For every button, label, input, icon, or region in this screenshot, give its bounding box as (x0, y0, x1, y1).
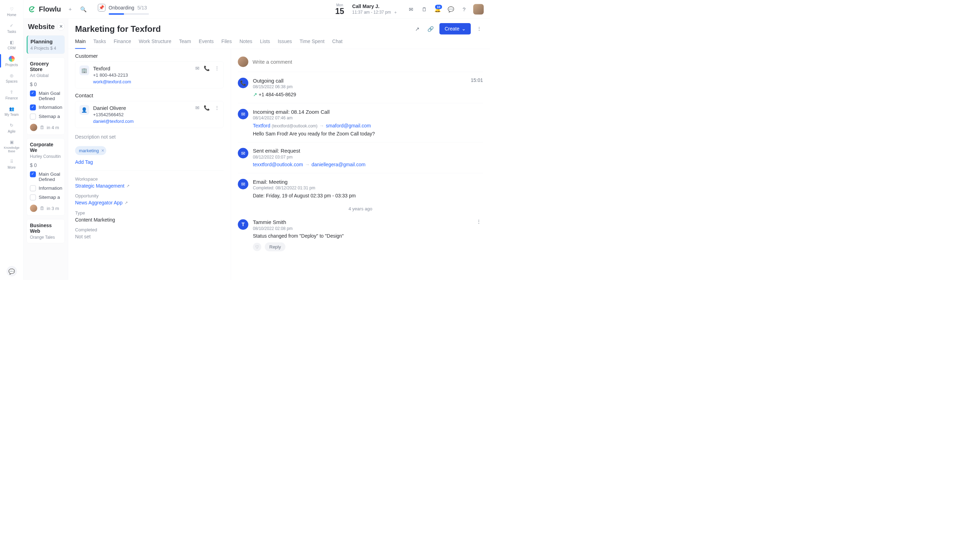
rail-crm[interactable]: ◧CRM (0, 37, 23, 52)
kebab-icon[interactable]: ⋮ (475, 219, 483, 225)
external-icon[interactable]: ↗ (125, 200, 128, 205)
team-icon: 👥 (8, 105, 15, 112)
tab-events[interactable]: Events (199, 39, 214, 49)
call-time: 11:37 am - 12:37 pm (352, 10, 391, 14)
inbox-icon[interactable]: ✉ (407, 5, 415, 13)
brand-logo[interactable]: Flowlu (28, 5, 61, 13)
notes-icon[interactable]: 🗒 (420, 5, 428, 13)
tag-remove-icon[interactable]: ✕ (101, 148, 104, 153)
email-from[interactable]: texxtford@outlook.com (253, 162, 303, 168)
tab-tasks[interactable]: Tasks (93, 39, 106, 49)
due-label: in 4 m (47, 125, 59, 130)
project-card[interactable]: Business Web Orange Tales (27, 219, 65, 243)
customer-box[interactable]: 🏢 Texford +1 800-443-2213 work@texford.c… (75, 62, 224, 88)
tab-work-structure[interactable]: Work Structure (138, 39, 171, 49)
date-block[interactable]: Mon 15 (335, 3, 344, 15)
email-to[interactable]: daniellegera@gmail.com (312, 162, 365, 168)
comment-input[interactable] (253, 59, 483, 65)
open-external-icon[interactable]: ↗ (413, 24, 422, 33)
call-duration: 15:01 (471, 77, 483, 83)
kebab-icon[interactable]: ⋮ (215, 105, 220, 111)
card-amount: $ 0 (30, 82, 62, 88)
tab-chat[interactable]: Chat (332, 39, 343, 49)
like-icon[interactable]: ♡ (253, 243, 262, 251)
comment-composer[interactable] (238, 54, 483, 72)
assignee-avatar[interactable] (30, 124, 37, 131)
company-icon: 🏢 (80, 65, 89, 75)
tab-team[interactable]: Team (179, 39, 191, 49)
opportunity-value[interactable]: News Aggregator App↗ (75, 200, 224, 206)
rail-agile[interactable]: ↻Agile (0, 120, 23, 135)
assignee-avatar[interactable] (30, 205, 37, 212)
rail-tasks[interactable]: ✓Tasks (0, 20, 23, 36)
customer-email[interactable]: work@texford.com (93, 79, 192, 85)
reply-button[interactable]: Reply (265, 243, 286, 252)
call-add-icon[interactable]: ＋ (393, 9, 398, 15)
project-card[interactable]: Corporate We Hurley Consultin $ 0 Main G… (27, 138, 65, 216)
add-icon[interactable]: ＋ (66, 5, 74, 13)
rail-label: Spaces (6, 80, 18, 83)
rail-home[interactable]: ♡Home (0, 3, 23, 19)
person-icon: 👤 (80, 105, 89, 115)
chat-icon[interactable]: 💬 (447, 5, 455, 13)
rail-kb[interactable]: ▣Knowledge Base (0, 136, 23, 155)
tab-time-spent[interactable]: Time Spent (300, 39, 325, 49)
tab-files[interactable]: Files (222, 39, 232, 49)
tab-issues[interactable]: Issues (278, 39, 292, 49)
email-from[interactable]: Textford (253, 123, 270, 128)
rail-more[interactable]: ⠿More (0, 156, 23, 172)
rail-finance[interactable]: ⇪Finance (0, 87, 23, 102)
phone-icon[interactable]: 📞 (204, 105, 210, 111)
opportunity-key: Opportunity (75, 193, 224, 199)
mail-icon[interactable]: ✉ (195, 105, 200, 111)
checkbox-icon[interactable] (30, 91, 36, 97)
tab-lists[interactable]: Lists (260, 39, 270, 49)
rail-help-bubble[interactable]: 💬 (6, 266, 17, 277)
contact-email[interactable]: daniel@texford.com (93, 118, 192, 124)
create-button[interactable]: Create⌄ (439, 23, 471, 35)
add-tag-button[interactable]: Add Tag (68, 159, 231, 165)
checkbox-icon[interactable] (30, 185, 36, 192)
customer-name: Texford (93, 65, 192, 72)
help-icon[interactable]: ? (460, 5, 468, 13)
rail-projects[interactable]: Projects (0, 53, 23, 69)
upcoming-call[interactable]: Call Mary J. 11:37 am - 12:37 pm ＋ (352, 3, 398, 15)
activity-sent-email[interactable]: ✉ Sent email: Request 08/12/2022 03:07 p… (238, 142, 483, 173)
search-icon[interactable]: 🔍 (79, 5, 88, 13)
kebab-icon[interactable]: ⋮ (215, 65, 220, 72)
bell-icon[interactable]: 🔔10 (433, 5, 442, 13)
onboarding-label: Onboarding (108, 5, 134, 10)
email-to[interactable]: smaford@gmail.com (326, 123, 371, 128)
mail-icon[interactable]: ✉ (195, 65, 200, 72)
activity-status-change[interactable]: T Tammie Smith 08/10/2022 02:08 pm Statu… (238, 214, 483, 257)
checkbox-icon[interactable] (30, 105, 36, 111)
email-body: Hello Sam Frod! Are you ready for the Zo… (253, 131, 483, 137)
tag-chip[interactable]: marketing✕ (75, 146, 107, 155)
checkbox-icon[interactable] (30, 195, 36, 200)
user-avatar[interactable] (473, 4, 484, 14)
project-card[interactable]: Grocery Store Art Global $ 0 Main Goal D… (27, 57, 65, 135)
link-icon[interactable]: 🔗 (426, 24, 435, 33)
contact-box[interactable]: 👤 Daniel Olivere +13542566452 daniel@tex… (75, 101, 224, 128)
onboarding-widget[interactable]: 📌 Onboarding 5/13 (98, 4, 149, 15)
activity-age-divider: 4 years ago (238, 204, 483, 214)
phone-icon[interactable]: 📞 (204, 65, 210, 72)
tab-main[interactable]: Main (75, 39, 86, 49)
rail-spaces[interactable]: ◎Spaces (0, 70, 23, 85)
activity-call[interactable]: 📞 Outgoing call 08/15/2022 06:38 pm ↗+1 … (238, 72, 483, 103)
checkbox-icon[interactable] (30, 172, 36, 177)
external-icon[interactable]: ↗ (127, 184, 130, 188)
description-empty[interactable]: Description not set (68, 128, 231, 142)
stage-planning[interactable]: Planning 4 Projects $ 4 (27, 35, 65, 54)
activity-panel: 📞 Outgoing call 08/15/2022 06:38 pm ↗+1 … (231, 49, 490, 280)
workspace-value[interactable]: Strategic Management↗ (75, 183, 224, 188)
kebab-icon[interactable]: ⋮ (475, 26, 483, 32)
tab-finance[interactable]: Finance (114, 39, 131, 49)
activity-event[interactable]: ✉ Email: Meeting Completed: 08/12/2022 0… (238, 173, 483, 204)
checkbox-icon[interactable] (30, 114, 36, 120)
rail-team[interactable]: 👥My Team (0, 103, 23, 118)
project-detail-panel: Customer 🏢 Texford +1 800-443-2213 work@… (68, 49, 231, 280)
activity-incoming-email[interactable]: ✉ Incoming email: 08.14 Zoom Call 08/14/… (238, 103, 483, 142)
close-icon[interactable]: ✕ (57, 22, 65, 30)
tab-notes[interactable]: Notes (239, 39, 252, 49)
